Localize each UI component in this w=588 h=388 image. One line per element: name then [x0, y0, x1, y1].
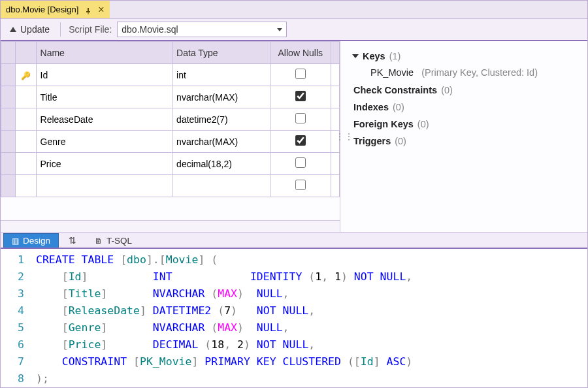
keys-label: Keys: [363, 51, 385, 61]
design-icon: ▥: [12, 236, 19, 246]
name-cell[interactable]: Title: [36, 86, 172, 108]
allownulls-checkbox[interactable]: [295, 180, 306, 190]
name-cell[interactable]: [36, 175, 172, 197]
grid-header-name[interactable]: Name: [36, 42, 172, 64]
allownulls-cell[interactable]: [270, 64, 331, 86]
key-cell: 🔑: [15, 64, 36, 86]
table-row[interactable]: ReleaseDatedatetime2(7): [1, 108, 340, 131]
allownulls-cell[interactable]: [270, 131, 331, 153]
sql-editor[interactable]: 12345678 CREATE TABLE [dbo].[Movie] ( [I…: [1, 249, 587, 387]
extra-cell: [331, 108, 339, 131]
horizontal-scrollbar[interactable]: [1, 220, 340, 232]
keys-node[interactable]: Keys (1): [353, 48, 582, 65]
table-row[interactable]: Titlenvarchar(MAX): [1, 86, 340, 108]
allownulls-checkbox[interactable]: [295, 113, 306, 123]
extra-cell: [331, 64, 339, 86]
allownulls-checkbox[interactable]: [295, 69, 306, 79]
row-header[interactable]: [1, 64, 16, 86]
update-label: Update: [20, 24, 50, 35]
foreignkeys-node[interactable]: Foreign Keys (0): [353, 116, 582, 133]
primary-key-icon: 🔑: [21, 71, 31, 80]
allownulls-cell[interactable]: [270, 86, 331, 108]
extra-cell: [331, 153, 339, 175]
grid-header-allownulls[interactable]: Allow Nulls: [270, 42, 331, 64]
document-tab-title: dbo.Movie [Design]: [6, 5, 78, 14]
foreignkeys-label: Foreign Keys: [353, 119, 414, 129]
chevron-down-icon: [277, 28, 282, 31]
key-cell: [15, 108, 36, 131]
tsql-icon: 🗎: [95, 236, 103, 246]
document-tab[interactable]: dbo.Movie [Design] ×: [1, 1, 110, 18]
tab-tsql[interactable]: 🗎 T-SQL: [86, 233, 140, 248]
allownulls-checkbox[interactable]: [295, 135, 306, 146]
key-cell: [15, 175, 36, 197]
tab-tsql-label: T-SQL: [106, 236, 132, 246]
grid-header-datatype[interactable]: Data Type: [172, 42, 270, 64]
pin-icon[interactable]: [85, 7, 91, 13]
name-cell[interactable]: ReleaseDate: [36, 108, 172, 131]
row-header[interactable]: [1, 108, 16, 131]
scriptfile-dropdown[interactable]: dbo.Movie.sql: [117, 22, 287, 37]
scriptfile-label: Script File:: [66, 24, 114, 35]
grid-header-extra: [331, 42, 339, 64]
datatype-cell[interactable]: [172, 175, 270, 197]
check-constraints-node[interactable]: Check Constraints (0): [353, 82, 582, 99]
grid-header-key: [15, 42, 36, 64]
check-label: Check Constraints: [353, 85, 437, 95]
pk-detail: (Primary Key, Clustered: Id): [421, 67, 538, 78]
lower-tab-strip: ▥ Design ⇅ 🗎 T-SQL: [1, 232, 587, 249]
triggers-node[interactable]: Triggers (0): [353, 133, 582, 150]
sql-code[interactable]: CREATE TABLE [dbo].[Movie] ( [Id] INT ID…: [36, 249, 412, 387]
svg-rect-1: [86, 11, 90, 12]
allownulls-cell[interactable]: [270, 108, 331, 131]
datatype-cell[interactable]: int: [172, 64, 270, 86]
datatype-cell[interactable]: datetime2(7): [172, 108, 270, 131]
close-icon[interactable]: ×: [98, 4, 104, 16]
tab-design[interactable]: ▥ Design: [3, 233, 59, 248]
line-number-gutter: 12345678: [1, 249, 36, 387]
indexes-node[interactable]: Indexes (0): [353, 99, 582, 116]
key-cell: [15, 131, 36, 153]
update-button[interactable]: Update: [5, 22, 55, 37]
row-header[interactable]: [1, 131, 16, 153]
allownulls-cell[interactable]: [270, 175, 331, 197]
row-header[interactable]: [1, 86, 16, 108]
table-row[interactable]: Pricedecimal(18,2): [1, 153, 340, 175]
swap-icon: ⇅: [69, 235, 76, 246]
name-cell[interactable]: Price: [36, 153, 172, 175]
name-cell[interactable]: Id: [36, 64, 172, 86]
tab-design-label: Design: [23, 236, 50, 246]
design-pane: Name Data Type Allow Nulls 🔑IdintTitlenv…: [1, 41, 587, 232]
keys-child[interactable]: PK_Movie (Primary Key, Clustered: Id): [353, 65, 582, 82]
document-tab-bar: dbo.Movie [Design] ×: [1, 1, 587, 19]
table-row[interactable]: Genrenvarchar(MAX): [1, 131, 340, 153]
allownulls-checkbox[interactable]: [295, 157, 306, 168]
grid-corner: [1, 42, 16, 64]
row-header[interactable]: [1, 175, 16, 197]
expand-icon: [352, 54, 359, 58]
columns-grid-panel: Name Data Type Allow Nulls 🔑IdintTitlenv…: [1, 41, 340, 232]
indexes-count: (0): [393, 102, 404, 112]
toolbar: Update Script File: dbo.Movie.sql: [1, 19, 587, 41]
tab-swap[interactable]: ⇅: [60, 233, 85, 248]
key-cell: [15, 153, 36, 175]
triggers-label: Triggers: [353, 136, 391, 146]
svg-rect-2: [88, 12, 89, 14]
row-header[interactable]: [1, 153, 16, 175]
triggers-count: (0): [395, 136, 406, 146]
columns-grid[interactable]: Name Data Type Allow Nulls 🔑IdintTitlenv…: [1, 41, 340, 197]
extra-cell: [331, 175, 339, 197]
keys-count: (1): [389, 51, 401, 61]
allownulls-checkbox[interactable]: [295, 91, 306, 101]
name-cell[interactable]: Genre: [36, 131, 172, 153]
allownulls-cell[interactable]: [270, 153, 331, 175]
key-cell: [15, 86, 36, 108]
datatype-cell[interactable]: nvarchar(MAX): [172, 131, 270, 153]
vertical-splitter[interactable]: ⋮⋮: [340, 41, 348, 232]
table-row[interactable]: [1, 175, 340, 197]
datatype-cell[interactable]: nvarchar(MAX): [172, 86, 270, 108]
properties-panel: Keys (1) PK_Movie (Primary Key, Clustere…: [348, 41, 587, 232]
datatype-cell[interactable]: decimal(18,2): [172, 153, 270, 175]
table-row[interactable]: 🔑Idint: [1, 64, 340, 86]
scriptfile-value: dbo.Movie.sql: [122, 24, 178, 35]
